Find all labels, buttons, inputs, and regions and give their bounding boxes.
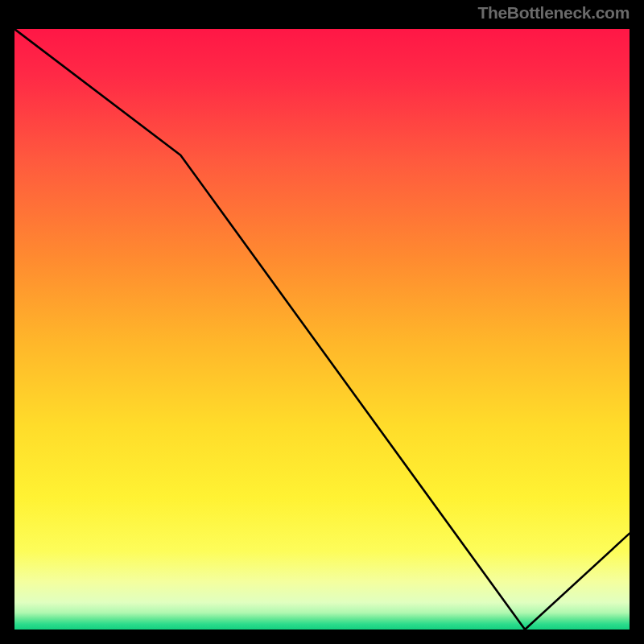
chart-line — [14, 29, 630, 630]
chart-area — [12, 27, 632, 632]
attribution-label: TheBottleneck.com — [477, 3, 630, 23]
